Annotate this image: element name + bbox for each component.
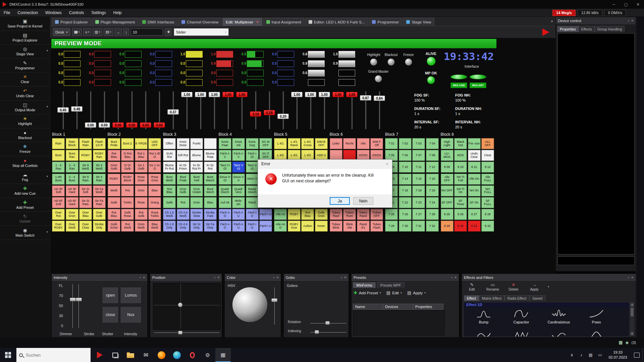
effect-capacitor[interactable]: Capacitor — [506, 309, 537, 324]
block-button[interactable]: SF Timer — [454, 197, 467, 208]
block-button[interactable]: RGBY Ran — [93, 150, 106, 161]
button-add-preset[interactable]: ✚Add Preset▾ — [354, 290, 381, 295]
search-input[interactable] — [25, 352, 84, 358]
taskbar-dmxcontrol-logo[interactable] — [92, 348, 107, 362]
block-button[interactable]: 1-4R Bunt — [52, 174, 65, 185]
block-button[interactable]: Gelb Schw — [108, 221, 120, 232]
tab-winforms[interactable]: WinForms — [353, 282, 376, 288]
sidebar-item-stage-view[interactable]: ◎Stage View▾ — [0, 45, 50, 59]
menu-item-controls[interactable]: Controls — [65, 9, 88, 17]
block-button[interactable]: 7 29 — [385, 221, 398, 232]
taskbar-clock[interactable]: 19:33 02.07.2023 — [605, 350, 631, 360]
block-button[interactable]: Rot Blau — [301, 209, 314, 220]
block-button[interactable]: Bunt Weiß — [163, 174, 176, 185]
block-button[interactable]: Grün — [190, 197, 203, 208]
sidebar-item-main-switch[interactable]: ◉Main Switch▾ — [0, 226, 50, 240]
sidebar-item-programmer[interactable]: ✎Programmer — [0, 59, 50, 73]
pin-icon[interactable]: ▪ — [451, 276, 452, 279]
panel-header[interactable]: Color ▪ ✕ — [225, 274, 281, 282]
block-button[interactable]: DIM F Off — [370, 138, 383, 149]
block-button[interactable]: 7 25 — [385, 209, 398, 220]
pan-slider-thumb[interactable] — [178, 331, 182, 335]
fader-thumb[interactable]: 1.00 — [236, 92, 248, 97]
add-button[interactable]: ✚ — [165, 28, 172, 36]
button-apply[interactable]: →Apply — [527, 282, 542, 291]
block-button[interactable]: 7 26 — [399, 209, 412, 220]
block-button[interactable]: Str 9 Rain — [79, 174, 92, 185]
column-header-properties[interactable]: Properties — [413, 304, 443, 310]
button-open[interactable]: open — [102, 287, 119, 304]
block-button[interactable]: Black Out — [454, 138, 467, 149]
button-close[interactable]: close — [102, 306, 119, 323]
block-button[interactable]: Orang — [148, 197, 161, 208]
block-button[interactable]: DIM B OFF — [315, 138, 328, 149]
block-button[interactable]: RGBY — [79, 150, 92, 161]
block-button[interactable]: 7 27 — [412, 209, 425, 220]
block-button[interactable]: AD 3F Hard — [66, 185, 78, 196]
block-button[interactable]: SC M OFF — [259, 138, 272, 149]
block-button[interactable]: Weiß — [108, 185, 120, 196]
fader-track[interactable] — [282, 91, 284, 129]
hidden-icons-chevron[interactable]: ∧ — [567, 353, 577, 357]
taskbar-firefox[interactable] — [154, 348, 169, 362]
tab-properties[interactable]: Properties — [557, 26, 579, 32]
fader-count-input[interactable] — [131, 28, 163, 36]
block-button[interactable]: Bunt Pride — [177, 174, 190, 185]
menu-item-connection[interactable]: Connection — [14, 9, 42, 17]
block-button[interactable]: Flash Rain — [79, 138, 92, 149]
block-button[interactable]: 7 19 — [412, 185, 425, 196]
block-button[interactable]: 7 24 — [426, 197, 439, 208]
block-button[interactable]: Rot Blau — [108, 209, 120, 220]
action-center-button[interactable] — [631, 353, 642, 358]
column-header-name[interactable]: Name — [353, 304, 383, 310]
block-button[interactable]: Tubes Runt — [343, 209, 356, 220]
block-button[interactable]: Rot — [177, 197, 190, 208]
scroll-up-icon[interactable]: ▲ — [630, 302, 634, 307]
panel-header[interactable]: Effects and Filters ▪ ✕ — [462, 274, 636, 282]
color-ball[interactable] — [232, 287, 267, 322]
block-button[interactable]: Gift Rot — [177, 150, 190, 161]
block-button[interactable]: 8 12 — [481, 162, 494, 173]
panel-header[interactable]: Intensity ▪ ✕ — [52, 274, 147, 282]
block-button[interactable]: 7 07 — [412, 150, 425, 161]
block-button[interactable]: Recht — [343, 138, 356, 149]
pin-icon[interactable]: ▪ — [273, 276, 274, 279]
block-button[interactable]: Bunt Weich — [204, 174, 217, 185]
button-rename[interactable]: ▭Rename — [485, 282, 500, 291]
show-desktop-button[interactable] — [642, 348, 644, 362]
toolbar-button-page-layout-icon[interactable]: ▤▾ — [104, 28, 113, 36]
block-button[interactable]: NH On — [468, 185, 481, 196]
block-button[interactable]: AD 6F Hard — [66, 197, 78, 208]
tab-matrix-effect[interactable]: Matrix Effect — [479, 295, 504, 301]
block-button[interactable]: SF On — [468, 197, 481, 208]
block-button[interactable]: Str Fa Weiß — [93, 185, 106, 196]
tab-plugin-management[interactable]: Plugin Management — [92, 18, 138, 26]
close-icon[interactable]: ✕ — [143, 276, 145, 279]
tab-list-chevron-icon[interactable]: ▾ — [551, 19, 553, 23]
fader-thumb[interactable]: 3.19 — [250, 111, 261, 117]
panel-header[interactable]: Gobo ▪ ✕ — [284, 274, 348, 282]
block-button[interactable]: Str 4 Rain — [93, 174, 106, 185]
effect-item[interactable] — [543, 330, 574, 337]
block-button[interactable]: 7 14 — [399, 174, 412, 185]
block-button[interactable]: Over RGBY — [52, 221, 65, 232]
block-button[interactable]: 7 06 — [399, 150, 412, 161]
close-icon[interactable]: ✕ — [344, 276, 346, 279]
block-button[interactable]: Bunt Pride — [108, 138, 120, 149]
block-button[interactable]: Str Fa Only — [204, 221, 217, 232]
block-button[interactable]: Rot Gelb — [135, 209, 148, 220]
block-button[interactable]: 7 01 — [385, 138, 398, 149]
block-button[interactable]: 7 18 — [399, 185, 412, 196]
block-button[interactable]: 8 27 — [468, 209, 481, 220]
block-button[interactable]: 8 32 — [481, 221, 494, 232]
effect-item[interactable] — [581, 330, 612, 337]
block-button[interactable]: Tubes Flash — [370, 221, 383, 232]
menu-item-help[interactable]: Help — [110, 9, 125, 17]
taskbar-edge[interactable] — [169, 348, 184, 362]
block-button[interactable]: 7 15 — [412, 174, 425, 185]
block-button[interactable]: Tobes Rand — [357, 209, 370, 220]
block-button[interactable]: RGBY Over — [288, 221, 301, 232]
block-button[interactable]: 8 29 — [441, 221, 453, 232]
sidebar-item-highlight[interactable]: ☀Highlight — [0, 114, 50, 128]
block-button[interactable]: L 4/1 Cross — [301, 138, 314, 149]
